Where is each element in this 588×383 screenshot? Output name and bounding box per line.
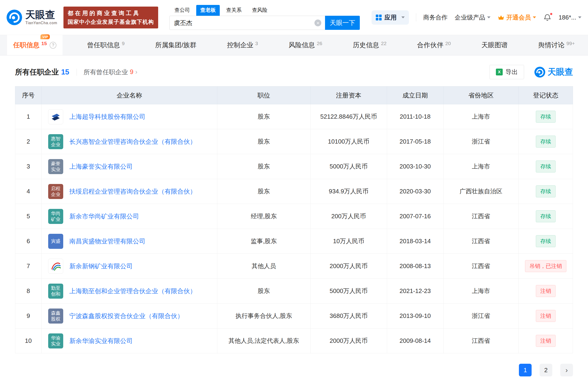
company-name-link[interactable]: 上海超导科技股份有限公司 bbox=[69, 113, 146, 121]
nav-tab-count: 99+ bbox=[566, 41, 575, 46]
position-cell: 其他人员 bbox=[217, 254, 311, 279]
nav-tab[interactable]: 风险信息26 bbox=[282, 35, 328, 55]
company-name-link[interactable]: 长兴惠智企业管理咨询合伙企业（有限合伙） bbox=[69, 138, 196, 146]
nav-tab-count: 20 bbox=[445, 41, 451, 46]
capital-cell: 10100万人民币 bbox=[311, 129, 387, 154]
export-button[interactable]: X 导出 bbox=[489, 65, 524, 79]
apps-menu[interactable]: 应用 bbox=[372, 10, 409, 25]
position-cell: 股东 bbox=[217, 129, 311, 154]
position-cell: 股东 bbox=[217, 179, 311, 204]
former-positions-label: 所有曾任职企业 bbox=[84, 68, 128, 76]
search-tab[interactable]: 查风险 bbox=[248, 5, 272, 16]
menu-item-business-cooperation[interactable]: 商务合作 bbox=[423, 13, 448, 22]
date-cell: 2017-05-18 bbox=[387, 129, 443, 154]
search-input[interactable] bbox=[169, 16, 325, 30]
row-index: 6 bbox=[15, 229, 42, 254]
capital-cell: 5000万人民币 bbox=[311, 154, 387, 179]
region-cell: 江西省 bbox=[443, 328, 519, 353]
nav-tab-label: 历史信息 bbox=[353, 41, 379, 50]
table-row: 7 新余新钢矿业有限公司 其他人员 2000万人民币 2008-08-13 江西… bbox=[15, 254, 573, 279]
region-cell: 江西省 bbox=[443, 204, 519, 229]
row-index: 2 bbox=[15, 129, 42, 154]
row-index: 8 bbox=[15, 279, 42, 303]
search-button[interactable]: 天眼一下 bbox=[325, 16, 360, 30]
nav-tab[interactable]: 舆情讨论99+ bbox=[532, 35, 581, 55]
nav-tab[interactable]: 所属集团/族群 bbox=[149, 35, 203, 55]
company-name-link[interactable]: 新余新钢矿业有限公司 bbox=[69, 262, 133, 270]
region-cell: 上海市 bbox=[443, 104, 519, 129]
nav-tab-label: 舆情讨论 bbox=[538, 41, 565, 50]
help-icon[interactable]: ? bbox=[50, 42, 56, 49]
former-positions-link[interactable]: 所有曾任职企业 9 › bbox=[84, 68, 137, 76]
company-name-link[interactable]: 宁波森鑫股权投资合伙企业（有限合伙） bbox=[69, 312, 184, 320]
superconductor-logo bbox=[48, 109, 63, 124]
company-name-link[interactable]: 新余华渝实业有限公司 bbox=[69, 337, 133, 345]
next-page-button[interactable]: › bbox=[560, 364, 573, 376]
user-account[interactable]: 186*... bbox=[559, 14, 581, 21]
date-cell: 2008-08-13 bbox=[387, 254, 443, 279]
date-cell: 2021-12-23 bbox=[387, 279, 443, 303]
slogan-line1: 都在用的商业查询工具 bbox=[68, 9, 154, 17]
tianyancha-logo[interactable]: 天眼查 TianYanCha.com bbox=[7, 10, 57, 25]
brand-name: 天眼查 bbox=[25, 10, 57, 20]
apps-grid-icon bbox=[376, 15, 382, 20]
row-index: 3 bbox=[15, 154, 42, 179]
region-cell: 江西省 bbox=[443, 254, 519, 279]
menu-item-enterprise-products[interactable]: 企业级产品 bbox=[455, 13, 490, 22]
header-menu: 应用 商务合作 企业级产品 开通会员 186*... bbox=[372, 10, 581, 25]
chevron-down-icon bbox=[487, 17, 490, 18]
company-name-link[interactable]: 南昌寅盛物业管理有限公司 bbox=[69, 237, 146, 245]
status-badge: 存续 bbox=[536, 185, 556, 197]
column-header: 序号 bbox=[15, 86, 42, 104]
nav-tab-label: 天眼图谱 bbox=[481, 41, 508, 50]
nav-tab[interactable]: 任职信息15VIP? bbox=[7, 35, 63, 55]
nav-tab-count: 9 bbox=[122, 41, 125, 46]
column-header: 企业名称 bbox=[42, 86, 217, 104]
nav-tab[interactable]: 历史信息22 bbox=[347, 35, 393, 55]
column-header: 成立日期 bbox=[387, 86, 443, 104]
slogan-banner: 都在用的商业查询工具 国家中小企业发展子基金旗下机构 bbox=[63, 7, 158, 28]
company-name-link[interactable]: 上海豪誉实业有限公司 bbox=[69, 162, 133, 171]
position-cell: 其他人员,法定代表人,股东 bbox=[217, 328, 311, 353]
page-button-2[interactable]: 2 bbox=[540, 364, 552, 376]
date-cell: 2003-10-30 bbox=[387, 154, 443, 179]
nav-tab-count: 26 bbox=[317, 41, 322, 46]
nav-tab[interactable]: 曾任职信息9 bbox=[81, 35, 131, 55]
company-logo: 华尚 矿业 bbox=[48, 209, 63, 224]
search-tab[interactable]: 查老板 bbox=[196, 5, 220, 16]
nav-tab[interactable]: 控制企业3 bbox=[221, 35, 264, 55]
capital-cell: 5000万人民币 bbox=[311, 279, 387, 303]
table-header-row: 序号企业名称职位注册资本成立日期省份地区登记状态 bbox=[15, 86, 573, 104]
search-tab[interactable]: 查公司 bbox=[170, 5, 194, 16]
company-logo: 寅盛 bbox=[48, 234, 63, 249]
status-badge: 存续 bbox=[536, 136, 556, 148]
status-badge: 存续 bbox=[536, 210, 556, 222]
region-cell: 上海市 bbox=[443, 154, 519, 179]
company-name-link[interactable]: 上海勤至创和企业管理合伙企业（有限合伙） bbox=[69, 287, 196, 295]
table-row: 8 勤至 创和 上海勤至创和企业管理合伙企业（有限合伙） 股东 5000万人民币… bbox=[15, 279, 573, 303]
region-cell: 浙江省 bbox=[443, 303, 519, 328]
status-badge: 存续 bbox=[536, 235, 556, 247]
search-block: 查公司查老板查关系查风险 × 天眼一下 bbox=[169, 5, 360, 30]
user-phone-label: 186*... bbox=[559, 14, 576, 21]
column-header: 注册资本 bbox=[311, 86, 387, 104]
notifications-bell-icon[interactable] bbox=[543, 13, 552, 22]
nav-tab[interactable]: 合作伙伴20 bbox=[411, 35, 457, 55]
company-name-link[interactable]: 新余市华尚矿业有限公司 bbox=[69, 212, 139, 221]
company-logo: 勤至 创和 bbox=[48, 284, 63, 299]
capital-cell: 2000万人民币 bbox=[311, 254, 387, 279]
page-button-1[interactable]: 1 bbox=[519, 364, 532, 376]
company-name-link[interactable]: 扶绥启程企业管理咨询合伙企业（有限合伙） bbox=[69, 187, 196, 196]
section-title: 所有任职企业 bbox=[15, 67, 59, 77]
nav-tab[interactable]: 天眼图谱 bbox=[475, 35, 514, 55]
brand-domain: TianYanCha.com bbox=[25, 21, 57, 25]
capital-cell: 52122.8846万人民币 bbox=[311, 104, 387, 129]
search-tab[interactable]: 查关系 bbox=[222, 5, 246, 16]
date-cell: 2009-08-14 bbox=[387, 328, 443, 353]
row-index: 10 bbox=[15, 328, 42, 353]
capital-cell: 2000万人民币 bbox=[311, 328, 387, 353]
row-index: 4 bbox=[15, 179, 42, 204]
region-cell: 江西省 bbox=[443, 229, 519, 254]
position-cell: 股东 bbox=[217, 154, 311, 179]
menu-item-open-vip[interactable]: 开通会员 bbox=[498, 13, 536, 22]
